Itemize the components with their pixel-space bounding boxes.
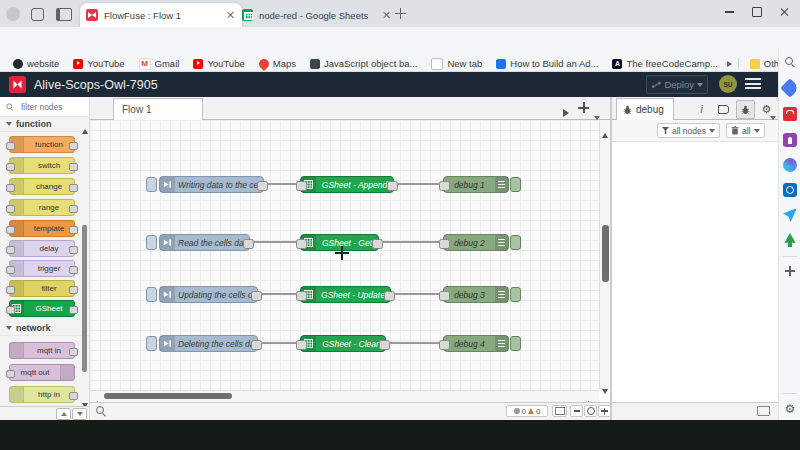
wire: [397, 183, 440, 185]
new-tab-button[interactable]: [394, 7, 407, 20]
deploy-label: Deploy: [664, 79, 694, 90]
inject-button[interactable]: [146, 336, 157, 351]
drop-icon[interactable]: [783, 208, 797, 222]
horizontal-scroll-thumb[interactable]: [104, 393, 232, 399]
palette-search-input[interactable]: [19, 101, 83, 113]
bookmark-item[interactable]: YouTube: [68, 58, 129, 69]
sidebar-search-icon[interactable]: [783, 55, 797, 69]
gsheet-node[interactable]: GSheet - Update: [300, 286, 391, 303]
inject-button[interactable]: [146, 287, 157, 302]
notifications-counts[interactable]: 0 0: [506, 405, 548, 417]
navigator-toggle[interactable]: [552, 405, 567, 417]
vertical-scroll-thumb[interactable]: [602, 225, 609, 282]
zoom-out-button[interactable]: [570, 405, 583, 417]
debug-toggle-button[interactable]: [510, 235, 521, 250]
zoom-reset-button[interactable]: [584, 405, 597, 417]
scroll-tabs-icon[interactable]: [563, 103, 569, 121]
nodered-header: Alive-Scops-Owl-7905 Deploy SU: [0, 72, 778, 99]
windows-taskbar: 1 ? T M: [0, 420, 800, 450]
bookmark-item[interactable]: website: [8, 58, 64, 69]
shopping-tag-icon[interactable]: [780, 78, 800, 98]
debug-tab[interactable]: debug: [616, 98, 674, 120]
gsheet-node[interactable]: GSheet - Append: [300, 176, 394, 193]
palette-node-function[interactable]: function: [9, 136, 75, 153]
palette-node-template[interactable]: template: [9, 220, 75, 237]
inject-node[interactable]: Deleting the cells data: [159, 335, 258, 352]
add-flow-button[interactable]: [577, 101, 590, 114]
gsheet-node[interactable]: GSheet - Get: [300, 234, 379, 251]
palette-node-delay[interactable]: delay: [9, 240, 75, 257]
inject-button[interactable]: [146, 177, 157, 192]
info-tab-icon[interactable]: i: [692, 100, 711, 119]
palette-category-network[interactable]: network: [0, 321, 89, 336]
help-tab-icon[interactable]: [714, 100, 733, 119]
minimize-button[interactable]: [716, 0, 742, 24]
flowfuse-favicon: [86, 9, 98, 21]
debug-toggle-button[interactable]: [510, 336, 521, 351]
palette-node-gsheet[interactable]: GSheet: [9, 300, 75, 317]
debug-toggle-button[interactable]: [510, 287, 521, 302]
palette-search[interactable]: [0, 97, 89, 117]
palette-node-trigger[interactable]: trigger: [9, 260, 75, 277]
debug-node[interactable]: debug 3: [443, 286, 509, 303]
user-avatar[interactable]: SU: [719, 75, 737, 93]
sheets-favicon: [242, 9, 253, 21]
maximize-button[interactable]: [744, 0, 770, 24]
deploy-button[interactable]: Deploy: [646, 75, 708, 94]
tab-close-icon[interactable]: [380, 9, 392, 21]
microsoft-365-icon[interactable]: [783, 158, 797, 172]
palette-scroll-up-icon[interactable]: [82, 120, 88, 138]
palette-category-function[interactable]: function: [0, 117, 89, 132]
bookmark-item[interactable]: AThe freeCodeCamp...: [607, 58, 722, 69]
bookmark-item[interactable]: JavaScript object ba...: [305, 58, 422, 69]
tab-close-icon[interactable]: [224, 9, 236, 21]
flow-canvas[interactable]: Writing data to the cells GSheet - Appen…: [90, 120, 599, 390]
tree-game-icon[interactable]: [783, 233, 797, 247]
debug-clear-button[interactable]: all: [726, 123, 765, 138]
open-debug-window-icon[interactable]: [757, 406, 770, 416]
debug-node[interactable]: debug 4: [443, 335, 509, 352]
debug-node[interactable]: debug 1: [443, 176, 509, 193]
scroll-up-icon[interactable]: [602, 124, 608, 142]
scroll-down-icon[interactable]: [602, 380, 608, 398]
deploy-options-icon[interactable]: [697, 83, 703, 87]
palette-node-change[interactable]: change: [9, 178, 75, 195]
debug-filter-nodes-button[interactable]: all nodes: [657, 123, 720, 138]
close-button[interactable]: [772, 0, 798, 24]
gsheet-node[interactable]: GSheet - Clear: [300, 335, 386, 352]
tab-flowfuse[interactable]: FlowFuse : Flow 1: [80, 3, 242, 27]
palette-scrollbar[interactable]: [82, 225, 87, 372]
inject-node[interactable]: Writing data to the cells: [159, 176, 264, 193]
games-icon[interactable]: [783, 133, 797, 147]
inject-button[interactable]: [146, 235, 157, 250]
palette-node-mqtt-in[interactable]: mqtt in: [9, 342, 75, 359]
bookmark-item[interactable]: Maps: [254, 58, 301, 69]
debug-tab-icon[interactable]: [736, 100, 755, 119]
bookmarks-overflow-icon[interactable]: [727, 61, 732, 67]
sidebar-settings-gear-icon[interactable]: ⚙: [783, 402, 797, 416]
debug-node[interactable]: debug 2: [443, 234, 509, 251]
bookmark-item[interactable]: How to Build an Ad...: [491, 58, 603, 69]
palette-node-http-in[interactable]: http in: [9, 386, 75, 403]
bookmark-item[interactable]: MGmail: [134, 58, 185, 70]
palette-node-filter[interactable]: filter: [9, 280, 75, 297]
sidebar-add-icon[interactable]: [783, 264, 797, 278]
bookmark-item[interactable]: YouTube: [188, 58, 249, 69]
collapse-all-button[interactable]: [56, 408, 71, 420]
tools-icon[interactable]: [783, 107, 797, 121]
inject-node[interactable]: Updating the cells data: [159, 286, 258, 303]
debug-toggle-button[interactable]: [510, 177, 521, 192]
vertical-tabs-icon[interactable]: [56, 8, 72, 21]
palette-node-mqtt-out[interactable]: mqtt out: [9, 364, 75, 381]
profile-icon[interactable]: [6, 7, 20, 21]
inject-node[interactable]: Read the cells data: [159, 234, 250, 251]
flow-tab[interactable]: Flow 1: [113, 98, 203, 120]
bookmark-item[interactable]: New tab: [426, 58, 487, 70]
expand-all-button[interactable]: [72, 408, 87, 420]
outlook-icon[interactable]: [783, 183, 797, 197]
tab-groups-icon[interactable]: [31, 8, 44, 21]
main-menu-icon[interactable]: [745, 78, 761, 90]
tab-google-sheets[interactable]: node-red - Google Sheets: [236, 3, 398, 27]
palette-node-switch[interactable]: switch: [9, 157, 75, 174]
palette-node-range[interactable]: range: [9, 199, 75, 216]
